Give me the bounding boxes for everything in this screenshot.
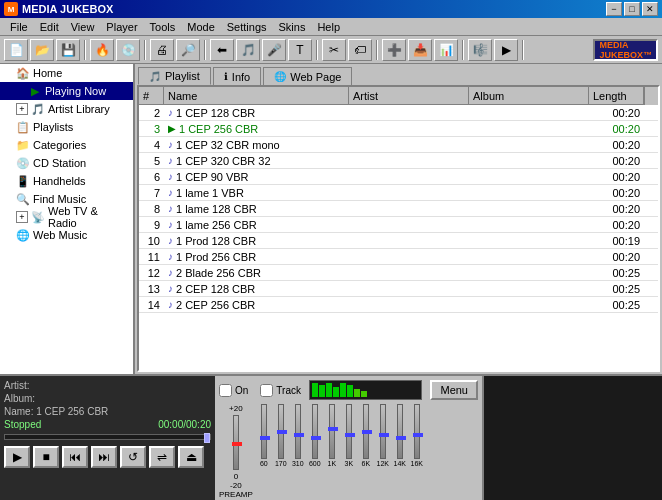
eq-track-input[interactable] [260, 384, 273, 397]
table-row[interactable]: 12 ♪ 2 Blade 256 CBR 00:25 [139, 265, 658, 281]
menu-player[interactable]: Player [100, 20, 143, 34]
menu-view[interactable]: View [65, 20, 101, 34]
tb-note[interactable]: 🎼 [468, 39, 492, 61]
sidebar-item-playing-now[interactable]: ▶ Playing Now [0, 82, 133, 100]
eq-menu-button[interactable]: Menu [430, 380, 478, 400]
eq-slider-track-310[interactable] [295, 404, 301, 459]
eq-slider-track-600[interactable] [312, 404, 318, 459]
table-row[interactable]: 11 ♪ 1 Prod 256 CBR 00:20 [139, 249, 658, 265]
tb-save[interactable]: 💾 [56, 39, 80, 61]
eq-band-60[interactable]: 60 [257, 404, 271, 467]
next-button[interactable]: ⏭ [91, 446, 117, 468]
table-row[interactable]: 13 ♪ 2 CEP 128 CBR 00:25 [139, 281, 658, 297]
col-album[interactable]: Album [469, 87, 589, 104]
sidebar-item-artist-library[interactable]: + 🎵 Artist Library [0, 100, 133, 118]
tb-rip[interactable]: 💿 [116, 39, 140, 61]
tb-new[interactable]: 📄 [4, 39, 28, 61]
table-row[interactable]: 5 ♪ 1 CEP 320 CBR 32 00:20 [139, 153, 658, 169]
eq-band-14K[interactable]: 14K [393, 404, 407, 467]
eq-slider-track-170[interactable] [278, 404, 284, 459]
eject-button[interactable]: ⏏ [178, 446, 204, 468]
eq-on-checkbox[interactable]: On [219, 384, 248, 397]
col-name[interactable]: Name [164, 87, 349, 104]
tb-burn[interactable]: 🔥 [90, 39, 114, 61]
prev-button[interactable]: ⏮ [62, 446, 88, 468]
eq-slider-thumb-600 [311, 436, 321, 440]
seek-bar[interactable] [4, 434, 211, 440]
preamp-slider-track[interactable] [233, 415, 239, 470]
menu-settings[interactable]: Settings [221, 20, 273, 34]
eq-slider-track-3K[interactable] [346, 404, 352, 459]
sidebar-item-playlists[interactable]: 📋 Playlists [0, 118, 133, 136]
eq-slider-track-6K[interactable] [363, 404, 369, 459]
col-num[interactable]: # [139, 87, 164, 104]
eq-slider-track-1K[interactable] [329, 404, 335, 459]
table-row[interactable]: 2 ♪ 1 CEP 128 CBR 00:20 [139, 105, 658, 121]
close-button[interactable]: ✕ [642, 2, 658, 16]
expand-artist-library[interactable]: + [16, 103, 28, 115]
loop-button[interactable]: ↺ [120, 446, 146, 468]
table-row[interactable]: 10 ♪ 1 Prod 128 CBR 00:19 [139, 233, 658, 249]
stop-button[interactable]: ■ [33, 446, 59, 468]
tb-eq[interactable]: 📊 [434, 39, 458, 61]
sidebar-item-handhelds[interactable]: 📱 Handhelds [0, 172, 133, 190]
shuffle-button[interactable]: ⇌ [149, 446, 175, 468]
tb-search[interactable]: 🔎 [176, 39, 200, 61]
player-name: Name: 1 CEP 256 CBR [4, 406, 211, 417]
tb-forward[interactable]: 🎵 [236, 39, 260, 61]
sidebar-item-categories[interactable]: 📁 Categories [0, 136, 133, 154]
table-row[interactable]: 9 ♪ 1 lame 256 CBR 00:20 [139, 217, 658, 233]
eq-band-3K[interactable]: 3K [342, 404, 356, 467]
col-length[interactable]: Length [589, 87, 644, 104]
sidebar-item-cd-station[interactable]: 💿 CD Station [0, 154, 133, 172]
tb-text[interactable]: T [288, 39, 312, 61]
expand-web-tv[interactable]: + [16, 211, 28, 223]
col-artist[interactable]: Artist [349, 87, 469, 104]
menu-tools[interactable]: Tools [144, 20, 182, 34]
tb-play2[interactable]: ▶ [494, 39, 518, 61]
sidebar-item-web-tv-radio[interactable]: + 📡 Web TV & Radio [0, 208, 133, 226]
menu-mode[interactable]: Mode [181, 20, 221, 34]
tb-print[interactable]: 🖨 [150, 39, 174, 61]
eq-band-1K[interactable]: 1K [325, 404, 339, 467]
eq-band-600[interactable]: 600 [308, 404, 322, 467]
play-button[interactable]: ▶ [4, 446, 30, 468]
sidebar-item-home[interactable]: 🏠 Home [0, 64, 133, 82]
minimize-button[interactable]: − [606, 2, 622, 16]
maximize-button[interactable]: □ [624, 2, 640, 16]
table-row[interactable]: 6 ♪ 1 CEP 90 VBR 00:20 [139, 169, 658, 185]
tb-add[interactable]: ➕ [382, 39, 406, 61]
table-row[interactable]: 14 ♪ 2 CEP 256 CBR 00:25 [139, 297, 658, 313]
tb-tag[interactable]: 🏷 [348, 39, 372, 61]
tab-info[interactable]: ℹ Info [213, 67, 261, 85]
table-row[interactable]: 4 ♪ 1 CEP 32 CBR mono 00:20 [139, 137, 658, 153]
eq-slider-track-60[interactable] [261, 404, 267, 459]
tb-record[interactable]: 🎤 [262, 39, 286, 61]
tb-open[interactable]: 📂 [30, 39, 54, 61]
eq-slider-track-16K[interactable] [414, 404, 420, 459]
table-row[interactable]: 7 ♪ 1 lame 1 VBR 00:20 [139, 185, 658, 201]
tab-webpage[interactable]: 🌐 Web Page [263, 67, 352, 85]
menu-file[interactable]: File [4, 20, 34, 34]
menu-skins[interactable]: Skins [273, 20, 312, 34]
eq-band-170[interactable]: 170 [274, 404, 288, 467]
menu-edit[interactable]: Edit [34, 20, 65, 34]
table-row[interactable]: 3 ▶ 1 CEP 256 CBR 00:20 [139, 121, 658, 137]
tb-remove[interactable]: 📥 [408, 39, 432, 61]
sidebar-item-web-music[interactable]: 🌐 Web Music [0, 226, 133, 244]
table-row[interactable]: 8 ♪ 1 lame 128 CBR 00:20 [139, 201, 658, 217]
eq-band-16K[interactable]: 16K [410, 404, 424, 467]
eq-band-12K[interactable]: 12K [376, 404, 390, 467]
eq-slider-track-12K[interactable] [380, 404, 386, 459]
tb-cut[interactable]: ✂ [322, 39, 346, 61]
eq-band-310[interactable]: 310 [291, 404, 305, 467]
tb-back[interactable]: ⬅ [210, 39, 234, 61]
seek-handle[interactable] [204, 433, 210, 443]
eq-slider-track-14K[interactable] [397, 404, 403, 459]
tab-playlist[interactable]: 🎵 Playlist [138, 67, 211, 85]
eq-track-checkbox[interactable]: Track [260, 384, 301, 397]
db-minus-label: -20 [230, 481, 242, 490]
eq-band-6K[interactable]: 6K [359, 404, 373, 467]
menu-help[interactable]: Help [311, 20, 346, 34]
eq-on-input[interactable] [219, 384, 232, 397]
